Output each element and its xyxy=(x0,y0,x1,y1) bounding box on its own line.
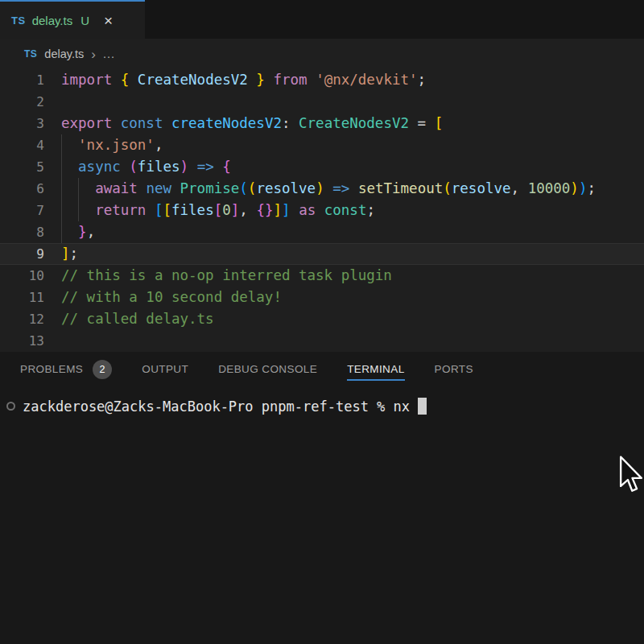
terminal-prompt-text: zackderose@Zacks-MacBook-Pro pnpm-ref-te… xyxy=(23,398,427,415)
editor-tab-bar: TS delay.ts U × xyxy=(0,0,644,39)
indent-guide xyxy=(61,178,62,200)
panel-tab-label: PROBLEMS xyxy=(20,359,83,381)
line-number: 6 xyxy=(0,178,61,200)
code-content: await new Promise((resolve) => setTimeou… xyxy=(61,178,596,200)
vscode-window: TS delay.ts U × TS delay.ts › ... 1impor… xyxy=(0,0,644,644)
code-line-12[interactable]: 12// called delay.ts xyxy=(0,308,644,330)
indent-guide xyxy=(61,156,62,178)
tab-filename: delay.ts xyxy=(32,14,73,27)
typescript-file-icon: TS xyxy=(11,14,26,27)
panel-tab-bar: PROBLEMS2OUTPUTDEBUG CONSOLETERMINALPORT… xyxy=(0,352,644,387)
indent-guide xyxy=(61,221,62,243)
line-number: 8 xyxy=(0,221,61,243)
code-line-13[interactable]: 13 xyxy=(0,330,644,352)
panel-tab-ports[interactable]: PORTS xyxy=(435,359,473,381)
breadcrumb-file[interactable]: delay.ts xyxy=(44,47,84,60)
line-number: 7 xyxy=(0,200,61,221)
breadcrumb: TS delay.ts › ... xyxy=(0,39,644,69)
code-line-10[interactable]: 10// this is a no-op interred task plugi… xyxy=(0,265,644,287)
code-content: return [[files[0], {}]] as const; xyxy=(61,200,375,221)
code-line-5[interactable]: 5 async (files) => { xyxy=(0,156,644,178)
tab-bar-empty-space xyxy=(145,0,644,39)
panel-tab-problems[interactable]: PROBLEMS2 xyxy=(20,359,112,381)
code-line-11[interactable]: 11// with a 10 second delay! xyxy=(0,287,644,308)
panel-tab-debug-console[interactable]: DEBUG CONSOLE xyxy=(218,359,317,381)
code-editor[interactable]: 1import { CreateNodesV2 } from '@nx/devk… xyxy=(0,69,644,352)
panel-tab-label: DEBUG CONSOLE xyxy=(218,359,317,381)
tab-delay-ts[interactable]: TS delay.ts U × xyxy=(0,0,145,39)
terminal-block-cursor xyxy=(418,398,427,415)
code-line-3[interactable]: 3export const createNodesV2: CreateNodes… xyxy=(0,113,644,134)
code-lines: 1import { CreateNodesV2 } from '@nx/devk… xyxy=(0,69,644,352)
line-number: 9 xyxy=(0,243,61,265)
code-content: async (files) => { xyxy=(61,156,231,178)
code-content: // with a 10 second delay! xyxy=(61,287,282,308)
code-line-4[interactable]: 4 'nx.json', xyxy=(0,134,644,156)
command-decoration-circle-icon xyxy=(6,402,15,411)
code-content: import { CreateNodesV2 } from '@nx/devki… xyxy=(61,69,426,91)
indent-guide xyxy=(78,178,79,200)
code-content: }, xyxy=(61,221,95,243)
panel-tab-label: TERMINAL xyxy=(347,359,404,381)
line-number: 4 xyxy=(0,134,61,156)
code-line-7[interactable]: 7 return [[files[0], {}]] as const; xyxy=(0,200,644,221)
code-content: // this is a no-op interred task plugin xyxy=(61,265,392,287)
bottom-panel: PROBLEMS2OUTPUTDEBUG CONSOLETERMINALPORT… xyxy=(0,352,644,644)
indent-guide xyxy=(61,200,62,221)
line-number: 1 xyxy=(0,69,61,91)
terminal-view[interactable]: zackderose@Zacks-MacBook-Pro pnpm-ref-te… xyxy=(0,387,644,416)
panel-tab-label: OUTPUT xyxy=(142,359,188,381)
code-content: // called delay.ts xyxy=(61,308,214,330)
chevron-right-icon: › xyxy=(91,47,96,61)
code-content: export const createNodesV2: CreateNodesV… xyxy=(61,113,443,134)
indent-guide xyxy=(78,200,79,221)
terminal-prompt-line[interactable]: zackderose@Zacks-MacBook-Pro pnpm-ref-te… xyxy=(6,395,644,416)
code-line-1[interactable]: 1import { CreateNodesV2 } from '@nx/devk… xyxy=(0,69,644,91)
code-line-2[interactable]: 2 xyxy=(0,91,644,113)
code-content: 'nx.json', xyxy=(61,134,163,156)
typescript-file-icon: TS xyxy=(24,48,37,60)
line-number: 13 xyxy=(0,330,61,352)
code-line-8[interactable]: 8 }, xyxy=(0,221,644,243)
code-content: ]; xyxy=(61,243,78,265)
indent-guide xyxy=(61,134,62,156)
line-number: 12 xyxy=(0,308,61,330)
line-number: 10 xyxy=(0,265,61,287)
panel-tab-output[interactable]: OUTPUT xyxy=(142,359,188,381)
line-number: 2 xyxy=(0,91,61,113)
line-number: 11 xyxy=(0,287,61,308)
close-icon[interactable]: × xyxy=(104,13,113,28)
problems-count-badge: 2 xyxy=(93,360,112,379)
code-line-6[interactable]: 6 await new Promise((resolve) => setTime… xyxy=(0,178,644,200)
line-number: 5 xyxy=(0,156,61,178)
panel-tab-terminal[interactable]: TERMINAL xyxy=(347,359,404,381)
panel-tab-label: PORTS xyxy=(435,359,473,381)
breadcrumb-symbol-ellipsis[interactable]: ... xyxy=(103,47,115,60)
git-untracked-badge: U xyxy=(80,14,89,27)
line-number: 3 xyxy=(0,113,61,134)
code-line-9[interactable]: 9]; xyxy=(0,243,644,265)
